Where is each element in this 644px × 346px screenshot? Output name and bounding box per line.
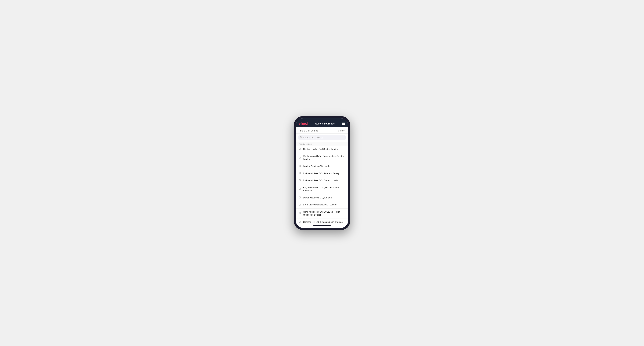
find-header: Find a Golf Course Cancel: [296, 127, 348, 134]
main-content: Find a Golf Course Cancel Nearby courses: [296, 127, 348, 223]
find-golf-course-label: Find a Golf Course: [299, 129, 318, 132]
svg-point-10: [300, 213, 300, 213]
svg-point-4: [300, 166, 300, 166]
course-name: North Middlesex GC (1011942 - North Midd…: [303, 210, 345, 217]
nav-bar: clippd Recent Searches: [296, 121, 348, 127]
svg-point-7: [300, 188, 300, 189]
nav-title: Recent Searches: [315, 122, 335, 125]
svg-point-9: [300, 204, 300, 204]
location-pin-icon: [299, 196, 301, 199]
list-item[interactable]: London Scottish GC, London: [296, 163, 348, 170]
svg-point-3: [300, 157, 300, 158]
cancel-button[interactable]: Cancel: [338, 129, 345, 132]
location-pin-icon: [299, 188, 301, 190]
course-name: London Scottish GC, London: [303, 165, 331, 168]
course-name: Dukes Meadows GC, London: [303, 196, 332, 199]
location-pin-icon: [299, 221, 301, 223]
list-item[interactable]: Coombe Hill GC, Kingston upon Thames: [296, 219, 348, 223]
location-pin-icon: [299, 157, 301, 159]
list-item[interactable]: Brent Valley Municipal GC, London: [296, 201, 348, 209]
list-item[interactable]: Central London Golf Centre, London: [296, 146, 348, 153]
phone-device: clippd Recent Searches Find a Golf Cours…: [294, 116, 350, 230]
home-indicator: [296, 223, 348, 228]
location-pin-icon: [299, 179, 301, 182]
search-box: [298, 135, 346, 140]
list-item[interactable]: Royal Wimbledon GC, Great London Authori…: [296, 184, 348, 194]
svg-point-11: [300, 221, 300, 222]
svg-point-8: [300, 197, 300, 197]
course-name: Roehampton Club - Roehampton, Greater Lo…: [303, 155, 345, 161]
phone-screen: clippd Recent Searches Find a Golf Cours…: [296, 118, 348, 228]
list-item[interactable]: North Middlesex GC (1011942 - North Midd…: [296, 209, 348, 219]
search-container: [296, 134, 348, 142]
list-item[interactable]: Roehampton Club - Roehampton, Greater Lo…: [296, 153, 348, 163]
list-item[interactable]: Richmond Park GC - Duke's, London: [296, 177, 348, 184]
location-pin-icon: [299, 148, 301, 150]
course-name: Royal Wimbledon GC, Great London Authori…: [303, 186, 345, 192]
svg-point-6: [300, 180, 300, 180]
search-input[interactable]: [303, 136, 344, 139]
list-item[interactable]: Richmond Park GC - Prince's, Surrey: [296, 170, 348, 177]
course-name: Central London Golf Centre, London: [303, 148, 338, 151]
home-bar: [313, 225, 331, 226]
search-icon: [300, 136, 302, 139]
location-pin-icon: [299, 165, 301, 168]
course-name: Brent Valley Municipal GC, London: [303, 203, 337, 206]
status-bar: [296, 118, 348, 121]
location-pin-icon: [299, 172, 301, 175]
svg-point-5: [300, 173, 300, 173]
svg-point-2: [300, 149, 300, 149]
course-name: Richmond Park GC - Prince's, Surrey: [303, 172, 339, 175]
list-item[interactable]: Dukes Meadows GC, London: [296, 194, 348, 202]
course-name: Richmond Park GC - Duke's, London: [303, 179, 339, 182]
nearby-courses-label: Nearby courses: [296, 142, 348, 146]
location-pin-icon: [299, 212, 301, 215]
app-logo: clippd: [299, 122, 308, 126]
menu-icon[interactable]: [342, 123, 345, 125]
course-name: Coombe Hill GC, Kingston upon Thames: [303, 221, 343, 223]
svg-line-1: [301, 138, 302, 138]
location-pin-icon: [299, 204, 301, 206]
course-list: Central London Golf Centre, London Roeha…: [296, 146, 348, 223]
